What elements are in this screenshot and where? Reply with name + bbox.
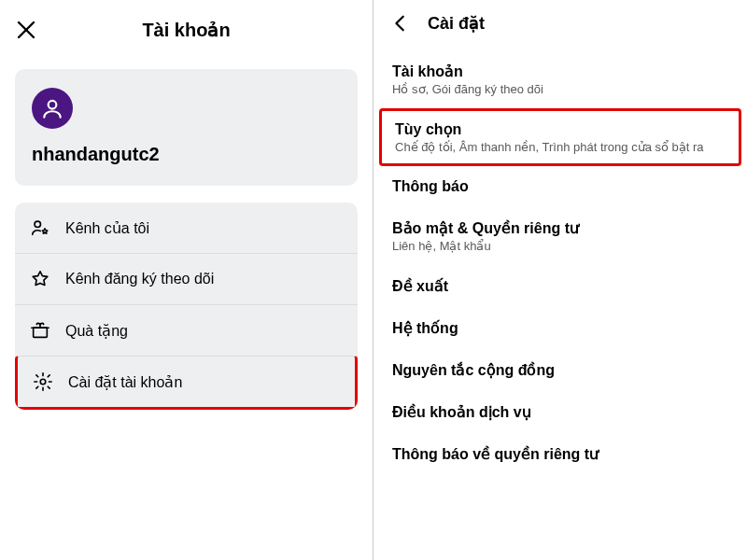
settings-item-title: Tài khoản xyxy=(392,63,728,80)
svg-point-2 xyxy=(49,101,57,109)
svg-point-3 xyxy=(35,221,40,227)
settings-item-title: Tùy chọn xyxy=(395,120,726,138)
user-star-icon xyxy=(30,217,50,238)
menu-item-label: Kênh của tôi xyxy=(65,219,149,237)
settings-item-sub: Hồ sơ, Gói đăng ký theo dõi xyxy=(392,82,728,96)
settings-item-title: Hệ thống xyxy=(392,319,728,337)
settings-item-sub: Liên hệ, Mật khẩu xyxy=(392,239,728,253)
settings-item-system[interactable]: Hệ thống xyxy=(374,307,747,349)
settings-header: Cài đặt xyxy=(374,13,747,47)
menu-item-label: Kênh đăng ký theo dõi xyxy=(65,271,214,287)
menu-item-gifts[interactable]: Quà tặng xyxy=(15,304,358,356)
back-icon[interactable] xyxy=(390,13,411,34)
settings-item-title: Thông báo về quyền riêng tư xyxy=(392,445,728,463)
settings-item-community-guidelines[interactable]: Nguyên tắc cộng đồng xyxy=(374,349,747,391)
settings-item-privacy-notice[interactable]: Thông báo về quyền riêng tư xyxy=(374,433,747,475)
settings-item-preferences[interactable]: Tùy chọn Chế độ tối, Âm thanh nền, Trình… xyxy=(379,108,741,166)
settings-title: Cài đặt xyxy=(428,13,485,34)
settings-item-title: Bảo mật & Quyền riêng tư xyxy=(392,219,728,237)
settings-panel: Cài đặt Tài khoản Hồ sơ, Gói đăng ký the… xyxy=(374,0,747,560)
account-header: Tài khoản xyxy=(15,15,358,45)
account-title: Tài khoản xyxy=(15,19,358,41)
settings-item-security[interactable]: Bảo mật & Quyền riêng tư Liên hệ, Mật kh… xyxy=(374,207,747,265)
account-panel: Tài khoản nhandangutc2 Kênh của tôi xyxy=(0,0,374,560)
settings-item-terms[interactable]: Điều khoản dịch vụ xyxy=(374,391,747,433)
settings-item-title: Nguyên tắc cộng đồng xyxy=(392,361,728,379)
account-menu: Kênh của tôi Kênh đăng ký theo dõi Q xyxy=(15,203,358,410)
settings-item-account[interactable]: Tài khoản Hồ sơ, Gói đăng ký theo dõi xyxy=(374,50,747,108)
svg-point-7 xyxy=(40,379,46,385)
star-icon xyxy=(30,269,50,289)
gift-icon xyxy=(30,320,50,341)
profile-card[interactable]: nhandangutc2 xyxy=(15,69,358,186)
settings-item-title: Thông báo xyxy=(392,178,728,195)
svg-rect-4 xyxy=(34,328,48,337)
settings-item-title: Điều khoản dịch vụ xyxy=(392,403,728,421)
settings-item-recommendations[interactable]: Đề xuất xyxy=(374,265,747,307)
avatar xyxy=(32,88,73,129)
menu-item-my-channel[interactable]: Kênh của tôi xyxy=(15,203,358,253)
menu-item-label: Quà tặng xyxy=(65,322,128,340)
settings-item-title: Đề xuất xyxy=(392,277,728,295)
menu-item-subscriptions[interactable]: Kênh đăng ký theo dõi xyxy=(15,253,358,304)
settings-list: Tài khoản Hồ sơ, Gói đăng ký theo dõi Tù… xyxy=(374,47,747,475)
settings-item-sub: Chế độ tối, Âm thanh nền, Trình phát tro… xyxy=(395,140,726,154)
menu-item-account-settings[interactable]: Cài đặt tài khoản xyxy=(15,356,358,410)
username: nhandangutc2 xyxy=(32,144,341,165)
settings-item-notifications[interactable]: Thông báo xyxy=(374,166,747,207)
menu-item-label: Cài đặt tài khoản xyxy=(68,373,182,391)
gear-icon xyxy=(33,371,53,392)
